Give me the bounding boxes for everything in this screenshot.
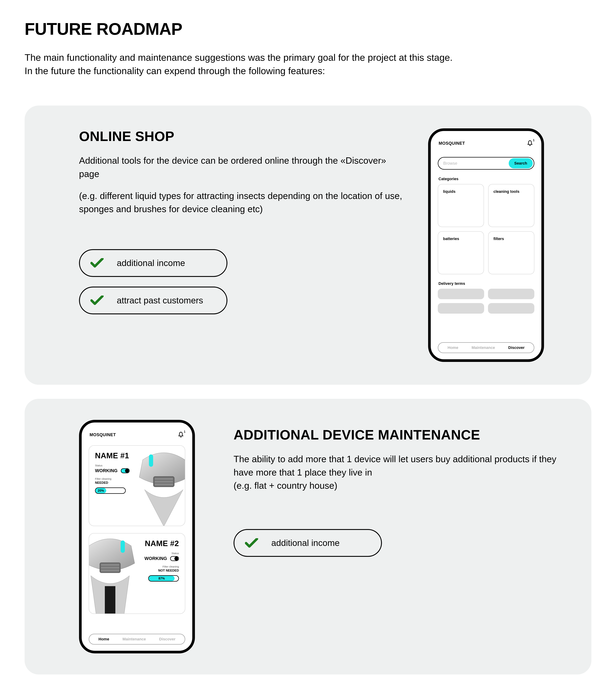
brand-label: MOSQUINET — [90, 432, 116, 437]
svg-rect-11 — [105, 586, 115, 614]
pill-additional-income: additional income — [234, 529, 382, 557]
nav-discover[interactable]: Discover — [159, 637, 175, 641]
power-toggle[interactable] — [170, 556, 179, 561]
search-placeholder: Browse — [443, 161, 507, 166]
bell-icon — [526, 144, 533, 147]
nav-maintenance[interactable]: Maintenance — [471, 346, 495, 350]
shop-body: Additional tools for the device can be o… — [79, 154, 407, 216]
notification-badge: 1 — [184, 430, 185, 434]
shop-text-block: ONLINE SHOP Additional tools for the dev… — [79, 128, 407, 362]
phone-mockup-shop: MOSQUINET 1 Browse Search Categories liq… — [428, 128, 544, 362]
shop-title: ONLINE SHOP — [79, 128, 407, 144]
notification-bell[interactable]: 1 — [177, 431, 184, 438]
device-illustration — [89, 533, 142, 614]
status-value: WORKING — [95, 468, 118, 473]
checkmark-icon — [90, 295, 104, 305]
delivery-terms-grid — [438, 289, 534, 314]
delivery-placeholder — [488, 303, 534, 314]
panel-online-shop: ONLINE SHOP Additional tools for the dev… — [25, 106, 591, 385]
checkmark-icon — [245, 538, 258, 548]
phone-header: MOSQUINET 1 — [431, 131, 542, 150]
page-title: FUTURE ROADMAP — [25, 19, 591, 39]
notification-bell[interactable]: 1 — [526, 140, 533, 147]
delivery-placeholder — [438, 303, 484, 314]
search-button[interactable]: Search — [509, 158, 533, 169]
devices-p1: The ability to add more that 1 device wi… — [234, 452, 570, 479]
phone-body-devices: NAME #1 Status WORKING Filter cleaning N… — [82, 442, 192, 634]
categories-grid: liquids cleaning tools batteries filters — [438, 184, 534, 274]
svg-rect-4 — [155, 483, 173, 486]
shop-pill-stack: additional income attract past customers — [79, 249, 407, 314]
pill-text: attract past customers — [117, 295, 203, 306]
checkmark-icon — [90, 258, 104, 268]
bell-icon — [177, 436, 184, 439]
devices-pill-stack: additional income — [234, 529, 570, 557]
notification-badge: 1 — [533, 139, 534, 142]
svg-rect-8 — [101, 567, 119, 569]
bottom-nav: Home Maintenance Discover — [89, 634, 185, 645]
device-illustration — [132, 446, 185, 526]
intro-text: The main functionality and maintenance s… — [25, 51, 591, 78]
nav-maintenance[interactable]: Maintenance — [123, 637, 146, 641]
power-toggle[interactable] — [121, 468, 130, 473]
shop-p2: (e.g. different liquid types for attract… — [79, 189, 407, 216]
intro-line-2: In the future the functionality can expe… — [25, 64, 591, 78]
pill-text: additional income — [117, 258, 185, 268]
pill-attract-past-customers: attract past customers — [79, 287, 227, 314]
pill-additional-income: additional income — [79, 249, 227, 277]
delivery-placeholder — [488, 289, 534, 299]
svg-rect-7 — [101, 564, 119, 566]
phone-header: MOSQUINET 1 — [82, 422, 192, 442]
progress-fill: 20% — [95, 488, 106, 493]
panel-device-maintenance: MOSQUINET 1 NAME #1 Status WORKING Filte… — [25, 399, 591, 675]
pill-text: additional income — [271, 538, 339, 548]
delivery-terms-label: Delivery terms — [438, 281, 534, 286]
brand-label: MOSQUINET — [439, 141, 465, 146]
svg-rect-9 — [101, 570, 119, 572]
category-card-batteries[interactable]: batteries — [438, 231, 484, 274]
svg-rect-2 — [155, 478, 173, 480]
nav-discover[interactable]: Discover — [508, 346, 525, 350]
progress-bar: 20% — [95, 487, 126, 494]
svg-rect-5 — [149, 455, 153, 467]
devices-text-block: ADDITIONAL DEVICE MAINTENANCE The abilit… — [234, 420, 570, 654]
nav-home[interactable]: Home — [98, 637, 109, 641]
devices-body: The ability to add more that 1 device wi… — [234, 452, 570, 492]
progress-fill: 87% — [149, 576, 175, 581]
status-value: WORKING — [144, 556, 167, 561]
device-card-1[interactable]: NAME #1 Status WORKING Filter cleaning N… — [89, 445, 185, 526]
bottom-nav: Home Maintenance Discover — [438, 342, 534, 353]
nav-home[interactable]: Home — [447, 346, 458, 350]
phone-mockup-devices: MOSQUINET 1 NAME #1 Status WORKING Filte… — [79, 420, 195, 654]
progress-bar: 87% — [148, 575, 179, 581]
device-card-2[interactable]: NAME #2 Status WORKING Filter cleaning N… — [89, 533, 185, 614]
delivery-placeholder — [438, 289, 484, 299]
category-card-filters[interactable]: filters — [488, 231, 534, 274]
category-card-cleaning-tools[interactable]: cleaning tools — [488, 184, 534, 227]
devices-title: ADDITIONAL DEVICE MAINTENANCE — [234, 427, 570, 443]
category-card-liquids[interactable]: liquids — [438, 184, 484, 227]
shop-p1: Additional tools for the device can be o… — [79, 154, 407, 180]
phone-body-shop: Browse Search Categories liquids cleanin… — [431, 150, 542, 342]
search-field[interactable]: Browse Search — [438, 157, 534, 170]
svg-rect-3 — [155, 481, 173, 483]
svg-rect-10 — [120, 540, 125, 553]
categories-label: Categories — [438, 177, 534, 181]
devices-p2: (e.g. flat + country house) — [234, 479, 570, 492]
intro-line-1: The main functionality and maintenance s… — [25, 51, 591, 64]
